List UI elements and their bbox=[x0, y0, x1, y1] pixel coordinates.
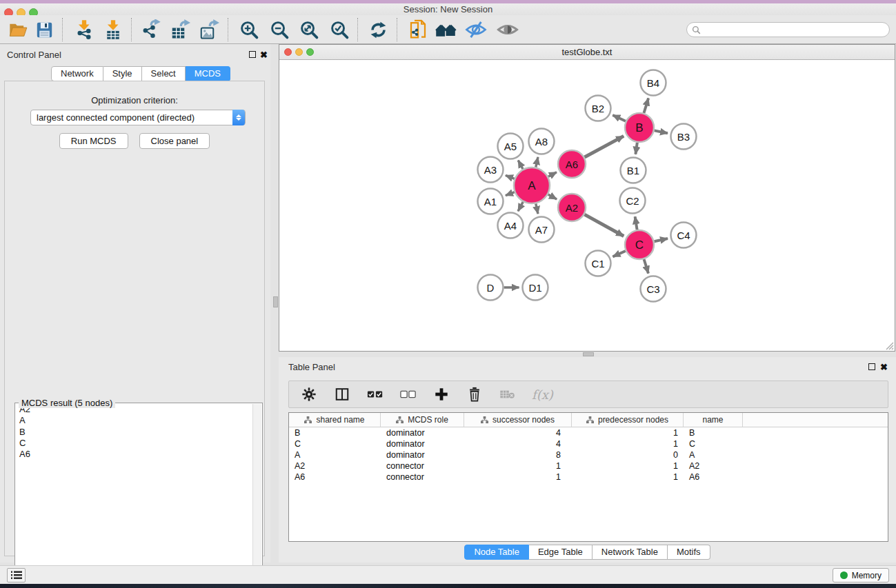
show-selected-button[interactable] bbox=[496, 19, 519, 41]
hide-selected-button[interactable] bbox=[464, 19, 488, 41]
table-cell[interactable]: A2 bbox=[684, 460, 743, 472]
table-cell[interactable]: dominator bbox=[381, 427, 464, 438]
table-cell[interactable] bbox=[743, 449, 888, 460]
table-float-icon[interactable] bbox=[868, 363, 875, 370]
column-header-name[interactable]: name bbox=[684, 413, 743, 427]
graph-edge-C-C4[interactable] bbox=[654, 239, 668, 241]
export-network-button[interactable] bbox=[139, 19, 163, 41]
graph-edge-B-B2[interactable] bbox=[613, 115, 626, 121]
table-cell[interactable]: A6 bbox=[684, 472, 743, 483]
table-cell[interactable]: A6 bbox=[289, 472, 381, 483]
table-cell[interactable]: 4 bbox=[464, 438, 572, 449]
mcds-result-item[interactable]: A bbox=[16, 415, 252, 426]
tab-network[interactable]: Network bbox=[51, 66, 103, 81]
mcds-list-scrollbar[interactable] bbox=[252, 404, 261, 588]
table-settings-button[interactable] bbox=[300, 385, 318, 403]
column-header-mcds-role[interactable]: MCDS role bbox=[381, 413, 464, 427]
close-panel-icon[interactable]: ✖ bbox=[260, 51, 268, 59]
panel-splitter-handle[interactable] bbox=[273, 296, 278, 307]
open-session-button[interactable] bbox=[6, 19, 30, 41]
table-cell[interactable] bbox=[743, 460, 888, 472]
table-cell[interactable]: B bbox=[684, 427, 743, 438]
zoom-fit-button[interactable] bbox=[297, 19, 321, 41]
table-cell[interactable]: dominator bbox=[381, 438, 464, 449]
search-input[interactable] bbox=[704, 25, 889, 34]
mcds-result-item[interactable]: B bbox=[16, 427, 252, 438]
table-cell[interactable]: A bbox=[684, 449, 743, 460]
table-cell[interactable]: 8 bbox=[464, 449, 572, 460]
graph-edge-B-B4[interactable] bbox=[644, 98, 648, 113]
table-row[interactable]: Adominator80A bbox=[289, 449, 888, 460]
table-cell[interactable]: 1 bbox=[464, 472, 572, 483]
table-cell[interactable] bbox=[743, 472, 888, 483]
column-header-successor-nodes[interactable]: successor nodes bbox=[464, 413, 572, 427]
tab-motifs[interactable]: Motifs bbox=[668, 545, 710, 560]
graph-edge-C-C1[interactable] bbox=[613, 251, 626, 256]
deselect-all-button[interactable] bbox=[399, 385, 417, 403]
column-header-predecessor-nodes[interactable]: predecessor nodes bbox=[572, 413, 684, 427]
zoom-out-button[interactable] bbox=[268, 19, 291, 41]
graph-edge-C-C2[interactable] bbox=[635, 216, 637, 230]
search-field[interactable] bbox=[686, 22, 890, 37]
table-cell[interactable]: 1 bbox=[572, 438, 684, 449]
table-cell[interactable]: A2 bbox=[289, 460, 381, 472]
graph-edge-A-A2[interactable] bbox=[548, 194, 557, 199]
memory-button[interactable]: Memory bbox=[833, 568, 889, 582]
mcds-result-item[interactable]: A6 bbox=[16, 449, 252, 460]
table-cell[interactable]: C bbox=[289, 438, 381, 449]
add-column-button[interactable] bbox=[432, 385, 450, 403]
mcds-result-item[interactable]: C bbox=[16, 438, 252, 449]
import-network-button[interactable] bbox=[72, 19, 96, 41]
table-cell[interactable]: 0 bbox=[572, 449, 684, 460]
tab-node-table[interactable]: Node Table bbox=[464, 545, 529, 560]
export-table-button[interactable] bbox=[168, 19, 192, 41]
network-canvas[interactable]: B4B2BB3A8A5A6A3B1AA1C2A2A4A7C4CC1DD1C3 bbox=[279, 60, 895, 351]
show-all-networks-button[interactable] bbox=[435, 19, 458, 41]
table-row[interactable]: Bdominator41B bbox=[289, 427, 888, 438]
graph-edge-A-A8[interactable] bbox=[536, 157, 538, 168]
tab-mcds[interactable]: MCDS bbox=[186, 66, 230, 81]
import-table-button[interactable] bbox=[101, 19, 125, 41]
table-row[interactable]: A2connector11A2 bbox=[289, 460, 888, 472]
table-cell[interactable]: 1 bbox=[572, 472, 684, 483]
graph-edge-A-A1[interactable] bbox=[506, 192, 515, 196]
table-cell[interactable]: 1 bbox=[572, 460, 684, 472]
table-cell[interactable]: C bbox=[684, 438, 743, 449]
column-header-shared-name[interactable]: shared name bbox=[289, 413, 381, 427]
graph-edge-A-A4[interactable] bbox=[518, 202, 523, 211]
table-cell[interactable] bbox=[743, 438, 888, 449]
select-all-button[interactable] bbox=[366, 385, 384, 403]
export-image-button[interactable] bbox=[197, 19, 221, 41]
tab-edge-table[interactable]: Edge Table bbox=[529, 545, 593, 560]
graph-edge-A-A3[interactable] bbox=[506, 175, 515, 179]
graph-edge-B-B3[interactable] bbox=[655, 130, 668, 133]
table-cell[interactable]: connector bbox=[381, 460, 464, 472]
criterion-dropdown[interactable]: largest connected component (directed) bbox=[30, 110, 246, 125]
zoom-selected-button[interactable] bbox=[328, 19, 351, 41]
table-cell[interactable]: dominator bbox=[381, 449, 464, 460]
float-panel-icon[interactable] bbox=[249, 51, 256, 58]
delete-selected-button[interactable] bbox=[466, 385, 484, 403]
dropdown-stepper-icon[interactable] bbox=[232, 110, 245, 125]
table-cell[interactable]: 4 bbox=[464, 427, 572, 438]
duplicate-network-button[interactable] bbox=[406, 19, 430, 41]
tab-select[interactable]: Select bbox=[142, 66, 186, 81]
split-panel-button[interactable] bbox=[333, 385, 351, 403]
table-cell[interactable]: 1 bbox=[464, 460, 572, 472]
table-splitter-handle[interactable] bbox=[583, 352, 594, 356]
table-close-icon[interactable]: ✖ bbox=[880, 363, 888, 371]
graph-edge-A2-C[interactable] bbox=[584, 214, 624, 236]
network-window-titlebar[interactable]: testGlobe.txt bbox=[279, 45, 895, 60]
close-panel-button[interactable]: Close panel bbox=[139, 133, 210, 149]
table-row[interactable]: Cdominator41C bbox=[289, 438, 888, 449]
graph-edge-C-C3[interactable] bbox=[644, 259, 648, 274]
table-cell[interactable]: 1 bbox=[572, 427, 684, 438]
graph-edge-A6-B[interactable] bbox=[584, 136, 624, 157]
graph-edge-B-B1[interactable] bbox=[635, 143, 637, 154]
save-session-button[interactable] bbox=[32, 19, 56, 41]
table-cell[interactable]: B bbox=[289, 427, 381, 438]
task-history-button[interactable] bbox=[7, 568, 26, 582]
table-cell[interactable]: connector bbox=[381, 472, 464, 483]
zoom-in-button[interactable] bbox=[237, 19, 261, 41]
table-row[interactable]: A6connector11A6 bbox=[289, 472, 888, 483]
